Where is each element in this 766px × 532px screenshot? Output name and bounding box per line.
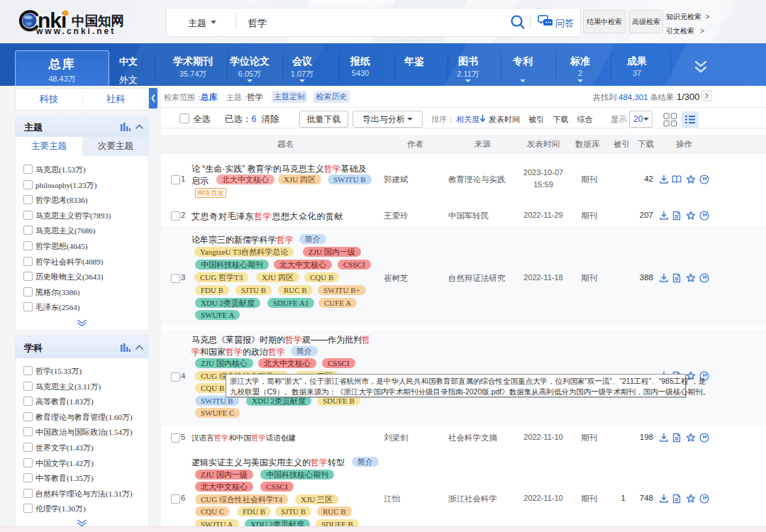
svg-text:www.cnki.net: www.cnki.net bbox=[35, 26, 116, 36]
